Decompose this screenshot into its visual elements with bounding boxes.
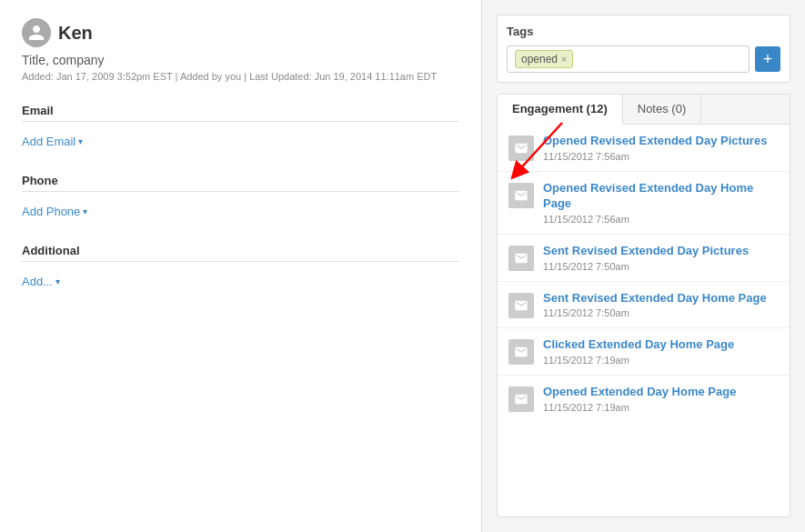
contact-header: Ken	[22, 18, 459, 47]
engagement-title: Sent Revised Extended Day Home Page	[543, 291, 779, 306]
engagement-date: 11/15/2012 7:50am	[543, 261, 779, 272]
engagement-title: Opened Revised Extended Day Home Page	[543, 181, 779, 212]
left-panel: Ken Title, company Added: Jan 17, 2009 3…	[0, 0, 482, 532]
engagement-date: 11/15/2012 7:19am	[543, 355, 779, 366]
tags-section: Tags opened × +	[497, 15, 790, 83]
mail-icon	[508, 386, 534, 412]
email-section-label: Email	[22, 104, 459, 122]
add-phone-button[interactable]: Add Phone ▾	[22, 205, 87, 218]
engagement-item: Opened Revised Extended Day Home Page 11…	[498, 172, 790, 235]
engagement-item: Sent Revised Extended Day Pictures 11/15…	[498, 235, 790, 282]
tags-title: Tags	[507, 25, 780, 38]
engagement-item: Clicked Extended Day Home Page 11/15/201…	[498, 328, 790, 376]
contact-name: Ken	[58, 23, 93, 44]
add-additional-chevron: ▾	[55, 276, 60, 286]
engagement-list[interactable]: Opened Revised Extended Day Pictures 11/…	[498, 125, 790, 517]
avatar	[22, 18, 51, 47]
engagement-item: Opened Extended Day Home Page 11/15/2012…	[498, 376, 790, 422]
tags-input-box[interactable]: opened ×	[507, 45, 750, 73]
contact-title: Title, company	[22, 53, 459, 67]
mail-icon	[508, 183, 534, 208]
add-email-chevron: ▾	[78, 136, 83, 146]
add-email-button[interactable]: Add Email ▾	[22, 135, 83, 148]
engagement-title: Opened Revised Extended Day Pictures	[543, 134, 779, 149]
mail-icon	[508, 136, 534, 161]
tag-pill-opened: opened ×	[515, 50, 573, 68]
engagement-title: Opened Extended Day Home Page	[543, 385, 779, 400]
right-panel: Tags opened × + Engagement (12) Notes	[482, 0, 805, 532]
tabs-row: Engagement (12) Notes (0)	[498, 95, 790, 125]
engagement-date: 11/15/2012 7:50am	[543, 307, 779, 318]
add-additional-button[interactable]: Add... ▾	[22, 275, 60, 288]
contact-meta: Added: Jan 17, 2009 3:52pm EST | Added b…	[22, 71, 459, 82]
tab-notes[interactable]: Notes (0)	[623, 95, 701, 124]
engagement-title: Clicked Extended Day Home Page	[543, 337, 779, 353]
engagement-date: 11/15/2012 7:19am	[543, 402, 779, 413]
add-phone-chevron: ▾	[83, 206, 87, 216]
tag-label: opened	[521, 53, 558, 65]
tab-engagement[interactable]: Engagement (12)	[498, 95, 623, 125]
tag-remove-button[interactable]: ×	[561, 54, 567, 65]
mail-icon	[508, 293, 534, 318]
engagement-section: Engagement (12) Notes (0) Opened Revised…	[497, 94, 790, 517]
mail-icon	[508, 246, 534, 271]
engagement-item: Sent Revised Extended Day Home Page 11/1…	[498, 282, 790, 329]
tags-input-row: opened × +	[507, 45, 780, 73]
engagement-date: 11/15/2012 7:56am	[543, 214, 779, 225]
tags-add-button[interactable]: +	[755, 46, 780, 72]
engagement-date: 11/15/2012 7:56am	[543, 151, 779, 162]
phone-section-label: Phone	[22, 174, 459, 192]
engagement-item: Opened Revised Extended Day Pictures 11/…	[498, 125, 790, 172]
additional-section-label: Additional	[22, 244, 459, 262]
engagement-title: Sent Revised Extended Day Pictures	[543, 244, 779, 259]
mail-icon	[508, 339, 534, 365]
